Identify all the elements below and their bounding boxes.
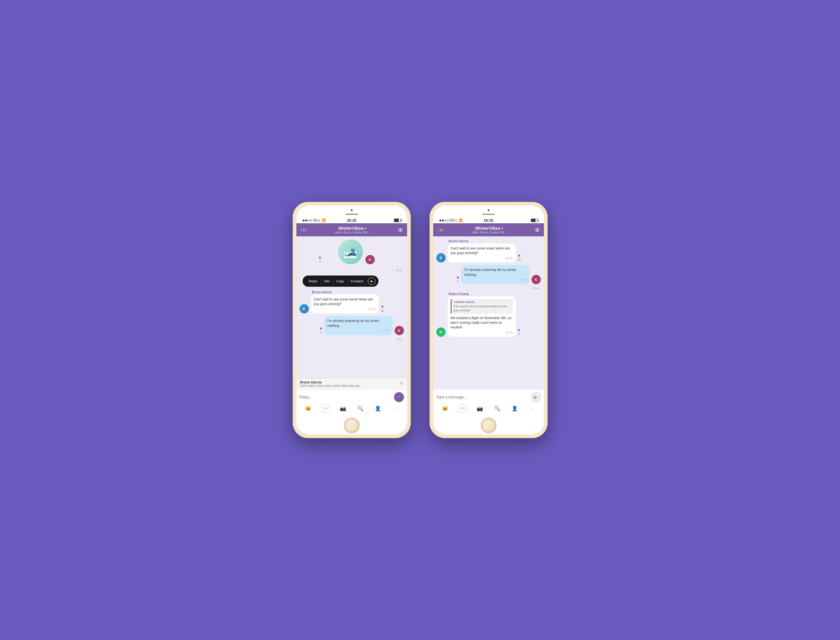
signal-dot-4 (310, 219, 312, 221)
image-search-button[interactable]: 🔍 (493, 404, 502, 413)
bubble-wrap: I'm already preparing all my winter clot… (324, 316, 393, 335)
message-input[interactable] (436, 395, 529, 399)
bubble-wrap: I'm already preparing all my winter clot… (461, 265, 530, 284)
like-wrap: ♥ 2 (320, 326, 322, 334)
signal-dot-3 (445, 219, 446, 221)
reply-quote-text: Can't wait to see some snow! when are yo… (453, 305, 507, 312)
status-time: 16:16 (347, 218, 357, 222)
signal-dot-2 (442, 219, 444, 221)
image-search-button[interactable]: 🔍 (356, 404, 365, 413)
back-button[interactable]: ‹ 11 (438, 228, 443, 232)
context-menu[interactable]: Reply Info Copy Forward ▶ (302, 275, 379, 287)
sender-name: Robin Champ (448, 292, 516, 296)
gif-button[interactable]: GIF (321, 404, 330, 413)
message-bubble: Can't wait to see some snow! when are yo… (311, 294, 379, 314)
bubble-wrap: Robin Champ ↪ Bruno Garcia Can't wait to… (448, 292, 516, 337)
status-right (531, 219, 538, 222)
status-bar: BELL 📶 16:16 (296, 216, 407, 223)
heart-count: 2 (319, 260, 321, 263)
table-row: B Bruno Garcia Can't wait to see some sn… (436, 240, 541, 262)
wifi-icon: 📶 (459, 219, 462, 222)
home-button[interactable] (481, 418, 496, 433)
sticker-time: 16:14 (299, 269, 404, 272)
message-time: 16:15 (451, 256, 513, 260)
title-text: WinterVibes (475, 226, 501, 231)
chevron-down-icon: ▾ (365, 227, 366, 230)
like-count: 12 (518, 258, 521, 261)
carrier-label: BELL (313, 219, 321, 222)
like-wrap: ♥ 2 (456, 275, 459, 283)
add-person-icon: ⊕ (398, 226, 403, 233)
bubble-wrap: Bruno Garcia Can't wait to see some snow… (311, 290, 379, 314)
reply-button[interactable]: Reply (306, 278, 321, 284)
home-button[interactable] (344, 418, 360, 433)
heart-icon: ♥ (319, 255, 321, 260)
camera-button[interactable]: 📷 (475, 404, 484, 413)
signal-dot-1 (302, 219, 304, 221)
input-area: ▶ 🐱 GIF 📷 🔍 👤 ··· (433, 389, 544, 415)
status-time: 16:16 (483, 218, 493, 222)
message-text: I'm already preparing all my winter clot… (328, 319, 379, 327)
carrier-label: BELL (450, 219, 458, 222)
avatar: K (395, 326, 404, 335)
back-count: 11 (440, 228, 443, 232)
like-wrap: ♥ 12 (381, 304, 384, 312)
emoji-button[interactable]: 🐱 (304, 404, 312, 413)
send-button[interactable]: ↑ (394, 392, 404, 402)
signal-dot-2 (305, 219, 307, 221)
input-row: ↑ (299, 392, 404, 402)
play-button[interactable]: ▶ (368, 277, 375, 285)
copy-button[interactable]: Copy (333, 278, 348, 284)
chat-subtitle: Adam, Bruno, Camiia, Eloi... (446, 231, 532, 234)
sticker-message: ♥ 2 🎿 K (299, 240, 404, 264)
add-member-button[interactable]: ⊕ (398, 226, 403, 233)
table-row: K I'm already preparing all my winter cl… (436, 265, 541, 284)
message-time: 16:16 (451, 331, 513, 334)
message-text: I'm already preparing all my winter clot… (464, 268, 516, 276)
avatar: R (436, 328, 446, 337)
close-reply-button[interactable]: ✕ (399, 380, 403, 386)
add-member-button[interactable]: ⊕ (535, 226, 539, 233)
chat-subtitle: Adam, Bruno, Camiia, Eloi... (309, 231, 395, 234)
back-arrow-icon: ‹ (301, 228, 302, 232)
battery-icon (394, 219, 401, 222)
title-text: WinterVibes (338, 226, 363, 231)
message-bubble: Can't wait to see some snow! when are yo… (448, 243, 516, 262)
add-person-icon: ⊕ (535, 226, 539, 233)
more-button[interactable]: ··· (391, 404, 400, 413)
emoji-button[interactable]: 🐱 (441, 404, 450, 413)
chat-body[interactable]: B Bruno Garcia Can't wait to see some sn… (433, 236, 544, 389)
camera (351, 209, 353, 211)
sender-name: Bruno Garcia (448, 240, 516, 243)
status-bar: BELL 📶 16:16 (433, 216, 544, 223)
reply-quote: ↪ Bruno Garcia Can't wait to see some sn… (451, 299, 513, 314)
avatar: B (436, 253, 446, 262)
chat-title: WinterVibes ▾ (446, 226, 532, 231)
reply-bar-content: Bruno Garcia Can't wait to see some snow… (300, 380, 399, 387)
bubble-wrap: Bruno Garcia Can't wait to see some snow… (448, 240, 516, 262)
header-center: WinterVibes ▾ Adam, Bruno, Camiia, Eloi.… (309, 226, 395, 234)
status-left: BELL 📶 (440, 219, 462, 222)
message-input[interactable] (299, 395, 392, 399)
phone-bottom (296, 415, 407, 434)
home-button-inner (483, 419, 494, 431)
gif-button[interactable]: GIF (458, 404, 467, 413)
message-bubble: I'm already preparing all my winter clot… (461, 265, 530, 284)
contact-button[interactable]: 👤 (373, 404, 382, 413)
signal-dot-1 (440, 219, 441, 221)
sticker-like: ♥ 2 (319, 255, 321, 263)
chat-header: ‹ 11 WinterVibes ▾ Adam, Bruno, Camiia, … (433, 223, 544, 236)
reply-bar: Bruno Garcia Can't wait to see some snow… (296, 378, 407, 389)
back-button[interactable]: ‹ 11 (301, 228, 307, 232)
toolbar-row: 🐱 GIF 📷 🔍 👤 ··· (299, 404, 404, 413)
message-time: 16:15 (314, 307, 376, 311)
more-button[interactable]: ··· (528, 404, 536, 413)
forward-button[interactable]: Forward (348, 278, 366, 284)
chat-body[interactable]: ♥ 2 🎿 K 16:14 Reply Info Copy Forward ▶ (296, 236, 407, 378)
contact-button[interactable]: 👤 (510, 404, 519, 413)
like-wrap: ♥ 12 (518, 253, 521, 261)
like-count: 2 (320, 331, 322, 334)
info-button[interactable]: Info (321, 278, 333, 284)
send-button[interactable]: ▶ (531, 392, 541, 402)
camera-button[interactable]: 📷 (339, 404, 347, 413)
